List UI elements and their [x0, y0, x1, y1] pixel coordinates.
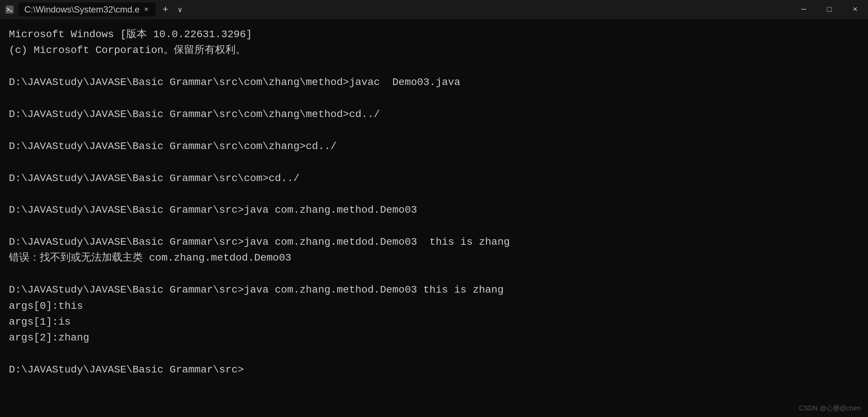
terminal-line: Microsoft Windows [版本 10.0.22631.3296]	[9, 26, 859, 42]
titlebar: C:\Windows\System32\cmd.e × + ∨ ─ □ ×	[0, 0, 868, 19]
terminal-line: (c) Microsoft Corporation。保留所有权利。	[9, 42, 859, 58]
terminal-line: D:\JAVAStudy\JAVASE\Basic Grammar\src\co…	[9, 74, 859, 90]
terminal-line: args[2]:zhang	[9, 330, 859, 346]
terminal-line: D:\JAVAStudy\JAVASE\Basic Grammar\src\co…	[9, 138, 859, 154]
tab-dropdown-button[interactable]: ∨	[175, 5, 185, 14]
terminal-line: D:\JAVAStudy\JAVASE\Basic Grammar\src\co…	[9, 170, 859, 186]
terminal-output: Microsoft Windows [版本 10.0.22631.3296](c…	[9, 26, 859, 378]
terminal-line: D:\JAVAStudy\JAVASE\Basic Grammar\src\co…	[9, 106, 859, 122]
window-controls: ─ □ ×	[791, 0, 868, 19]
titlebar-left: C:\Windows\System32\cmd.e × + ∨	[4, 3, 185, 17]
close-button[interactable]: ×	[842, 0, 868, 19]
tab-close-button[interactable]: ×	[142, 5, 150, 15]
new-tab-button[interactable]: +	[159, 4, 171, 15]
tab-label: C:\Windows\System32\cmd.e	[24, 4, 140, 15]
terminal-line: D:\JAVAStudy\JAVASE\Basic Grammar\src>	[9, 362, 859, 378]
terminal-line: args[0]:this	[9, 298, 859, 314]
active-tab[interactable]: C:\Windows\System32\cmd.e ×	[18, 3, 156, 17]
terminal-line: D:\JAVAStudy\JAVASE\Basic Grammar\src>ja…	[9, 282, 859, 298]
terminal-line: args[1]:is	[9, 314, 859, 330]
terminal-line: D:\JAVAStudy\JAVASE\Basic Grammar\src>ja…	[9, 202, 859, 218]
terminal-line: 错误：找不到或无法加载主类 com.zhang.metdod.Demo03	[9, 250, 859, 266]
maximize-button[interactable]: □	[816, 0, 842, 19]
watermark: CSDN @心册@chen	[799, 404, 861, 413]
terminal-line: D:\JAVAStudy\JAVASE\Basic Grammar\src>ja…	[9, 234, 859, 250]
terminal-body[interactable]: Microsoft Windows [版本 10.0.22631.3296](c…	[0, 19, 868, 417]
minimize-button[interactable]: ─	[791, 0, 816, 19]
terminal-icon	[4, 4, 15, 15]
